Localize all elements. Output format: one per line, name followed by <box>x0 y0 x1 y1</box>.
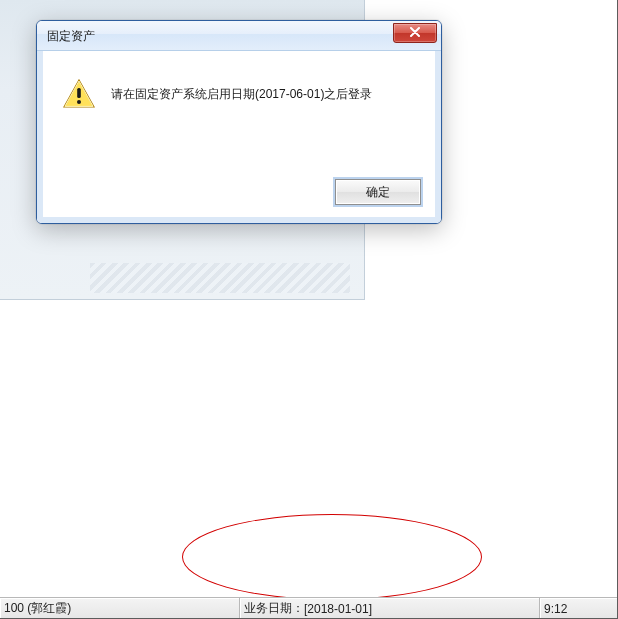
dialog-body: 请在固定资产系统启用日期(2017-06-01)之后登录 确定 <box>37 51 441 223</box>
statusbar-time: 9:12 <box>544 602 567 616</box>
svg-point-3 <box>77 100 81 104</box>
close-icon <box>409 26 421 40</box>
statusbar-user-cell: 100 (郭红霞) <box>0 598 240 619</box>
annotation-ellipse <box>182 514 482 600</box>
close-button[interactable] <box>393 23 437 43</box>
statusbar-time-cell: 9:12 <box>540 598 618 619</box>
statusbar-date-value: [2018-01-01] <box>304 602 372 616</box>
decorative-stripes <box>90 263 350 293</box>
dialog-button-row: 确定 <box>335 179 421 205</box>
warning-triangle-icon <box>63 79 95 109</box>
status-bar: 100 (郭红霞) 业务日期： [2018-01-01] 9:12 <box>0 597 618 619</box>
ok-button[interactable]: 确定 <box>335 179 421 205</box>
statusbar-date-cell: 业务日期： [2018-01-01] <box>240 598 540 619</box>
dialog-title: 固定资产 <box>47 21 95 51</box>
dialog-content: 请在固定资产系统启用日期(2017-06-01)之后登录 <box>43 51 435 119</box>
message-dialog: 固定资产 请在固定资产系统启用日期(2017-06-01)之后登录 确定 <box>36 20 442 224</box>
statusbar-date-label: 业务日期： <box>244 600 304 617</box>
svg-rect-2 <box>77 88 81 98</box>
dialog-titlebar[interactable]: 固定资产 <box>37 21 441 51</box>
dialog-message: 请在固定资产系统启用日期(2017-06-01)之后登录 <box>111 79 372 103</box>
statusbar-user: 100 (郭红霞) <box>4 600 71 617</box>
